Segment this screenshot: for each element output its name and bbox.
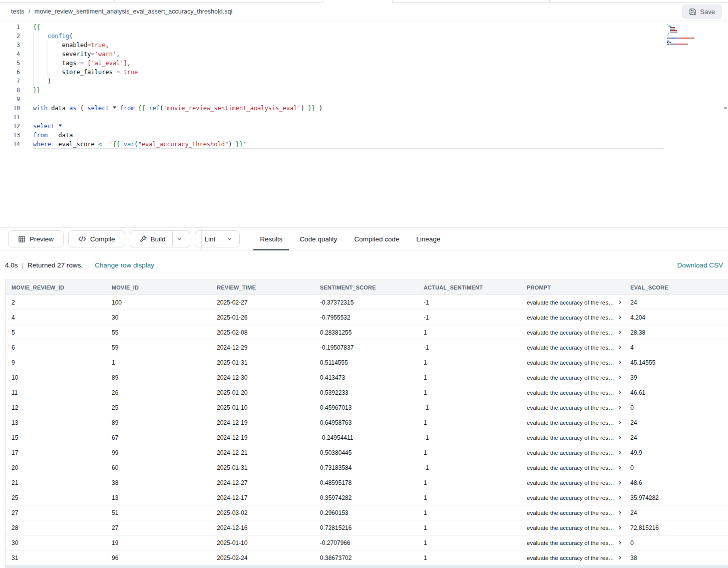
col-eval-score: EVAL_SCORE: [624, 285, 728, 291]
table-row: 31962025-02-240.386737021evaluate the ac…: [6, 550, 728, 565]
line-number: 3: [0, 41, 20, 50]
code-brackets-icon: [78, 235, 86, 242]
prompt-ellipsized-text: evaluate the accuracy of the res…: [527, 390, 614, 396]
expand-prompt-chevron-icon[interactable]: [617, 330, 623, 335]
cell-sentiment-score: 0.413473: [314, 374, 418, 381]
expand-prompt-chevron-icon[interactable]: [617, 420, 623, 425]
expand-prompt-chevron-icon[interactable]: [617, 450, 623, 455]
code-line-5[interactable]: 5 tags = ['ai_eval'],: [0, 59, 728, 68]
code-line-9[interactable]: 9: [0, 95, 728, 104]
tab-lineage[interactable]: Lineage: [410, 228, 447, 250]
code-line-14[interactable]: 14where eval_score <= '{{ var("eval_accu…: [0, 140, 728, 149]
cell-eval-score: 39: [624, 374, 728, 381]
code-line-8[interactable]: 8}}: [0, 86, 728, 95]
prompt-ellipsized-text: evaluate the accuracy of the res…: [527, 345, 614, 351]
cell-eval-score: 49.9: [624, 449, 728, 456]
cell-movie-review-id: 30: [6, 539, 106, 546]
cell-movie-review-id: 15: [6, 434, 106, 441]
cell-movie-id: 1: [106, 359, 211, 366]
cell-actual-sentiment: 1: [418, 359, 521, 366]
cell-sentiment-score: 0.5392233: [314, 389, 418, 396]
cell-eval-score: 45.14555: [624, 359, 728, 366]
cell-prompt: evaluate the accuracy of the res…: [521, 360, 624, 366]
expand-prompt-chevron-icon[interactable]: [617, 480, 623, 485]
cell-movie-id: 60: [106, 464, 211, 471]
prompt-ellipsized-text: evaluate the accuracy of the res…: [527, 375, 614, 381]
code-line-2[interactable]: 2 config(: [0, 32, 728, 41]
cell-movie-id: 96: [106, 554, 211, 561]
editor-tab-strip[interactable]: [0, 0, 728, 3]
cell-review-time: 2025-01-31: [211, 359, 314, 366]
expand-prompt-chevron-icon[interactable]: [617, 555, 623, 560]
lint-label: Lint: [205, 235, 216, 243]
tab-code-quality[interactable]: Code quality: [293, 228, 343, 250]
code-line-11[interactable]: 11: [0, 113, 728, 122]
expand-prompt-chevron-icon[interactable]: [617, 540, 623, 545]
cell-prompt: evaluate the accuracy of the res…: [521, 300, 624, 306]
line-number: 5: [0, 59, 20, 68]
breadcrumb[interactable]: tests / movie_review_sentiment_analysis_…: [11, 8, 232, 15]
cell-movie-review-id: 10: [6, 374, 106, 381]
expand-prompt-chevron-icon[interactable]: [617, 345, 623, 350]
table-row: 17992024-12-210.503804451evaluate the ac…: [6, 445, 728, 460]
horizontal-scrollbar[interactable]: [5, 565, 728, 568]
code-line-4[interactable]: 4 severity='warn',: [0, 50, 728, 59]
cell-sentiment-score: 0.2960153: [314, 509, 418, 516]
scrollbar-mark[interactable]: [724, 107, 727, 109]
code-line-12[interactable]: 12select *: [0, 122, 728, 131]
cell-movie-review-id: 25: [6, 494, 106, 501]
change-row-display-link[interactable]: Change row display: [95, 261, 154, 269]
expand-prompt-chevron-icon[interactable]: [617, 360, 623, 365]
code-line-content: ): [33, 77, 51, 86]
cell-sentiment-score: 0.5114555: [314, 359, 418, 366]
expand-prompt-chevron-icon[interactable]: [617, 435, 623, 440]
build-button[interactable]: Build: [130, 230, 190, 247]
cell-movie-id: 99: [106, 449, 211, 456]
expand-prompt-chevron-icon[interactable]: [617, 315, 623, 320]
code-editor[interactable]: 1{{2 config(3 enabled=true,4 severity='w…: [0, 21, 728, 227]
code-line-7[interactable]: 7 ): [0, 77, 728, 86]
expand-prompt-chevron-icon[interactable]: [617, 495, 623, 500]
tab-compiled-code[interactable]: Compiled code: [347, 228, 406, 250]
code-line-10[interactable]: 10with data as ( select * from {{ ref('m…: [0, 104, 728, 113]
cell-prompt: evaluate the accuracy of the res…: [521, 345, 624, 351]
cell-prompt: evaluate the accuracy of the res…: [521, 510, 624, 516]
prompt-ellipsized-text: evaluate the accuracy of the res…: [527, 315, 614, 321]
cell-prompt: evaluate the accuracy of the res…: [521, 540, 624, 546]
save-button[interactable]: Save: [682, 5, 722, 19]
expand-prompt-chevron-icon[interactable]: [617, 525, 623, 530]
expand-prompt-chevron-icon[interactable]: [617, 510, 623, 515]
cell-eval-score: 24: [624, 299, 728, 306]
download-csv-link[interactable]: Download CSV: [677, 261, 723, 269]
cell-review-time: 2024-12-21: [211, 449, 314, 456]
compile-button[interactable]: Compile: [68, 230, 125, 247]
cell-movie-review-id: 20: [6, 464, 106, 471]
col-actual-sentiment: ACTUAL_SENTIMENT: [418, 285, 521, 291]
minimap[interactable]: [667, 24, 723, 45]
expand-prompt-chevron-icon[interactable]: [617, 465, 623, 470]
build-dropdown-chevron[interactable]: [172, 231, 187, 246]
preview-label: Preview: [30, 235, 54, 243]
expand-prompt-chevron-icon[interactable]: [617, 390, 623, 395]
cell-movie-id: 59: [106, 344, 211, 351]
expand-prompt-chevron-icon[interactable]: [617, 375, 623, 380]
expand-prompt-chevron-icon[interactable]: [617, 300, 623, 305]
cell-movie-review-id: 13: [6, 419, 106, 426]
code-line-13[interactable]: 13from data: [0, 131, 728, 140]
cell-actual-sentiment: -1: [418, 344, 521, 351]
expand-prompt-chevron-icon[interactable]: [617, 405, 623, 410]
code-line-6[interactable]: 6 store_failures = true: [0, 68, 728, 77]
code-line-1[interactable]: 1{{: [0, 23, 728, 32]
breadcrumb-folder[interactable]: tests: [11, 8, 24, 15]
cell-movie-review-id: 17: [6, 449, 106, 456]
cell-movie-id: 89: [106, 419, 211, 426]
preview-button[interactable]: Preview: [8, 230, 64, 247]
cell-review-time: 2024-12-17: [211, 494, 314, 501]
prompt-ellipsized-text: evaluate the accuracy of the res…: [527, 540, 614, 546]
lint-dropdown-chevron[interactable]: [222, 231, 236, 246]
tab-results[interactable]: Results: [253, 228, 289, 250]
cell-review-time: 2024-12-30: [211, 374, 314, 381]
code-line-3[interactable]: 3 enabled=true,: [0, 41, 728, 50]
line-number: 12: [0, 122, 20, 131]
table-row: 25132024-12-170.359742821evaluate the ac…: [6, 490, 728, 505]
